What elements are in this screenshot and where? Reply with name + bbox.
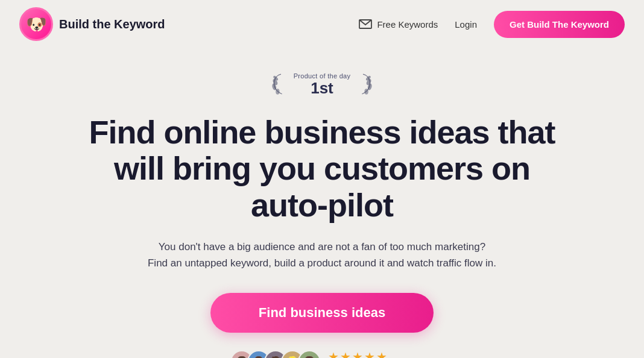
logo-emoji: 🐶 <box>26 14 47 34</box>
subheadline-line2: Find an untapped keyword, build a produc… <box>148 257 496 269</box>
star-2: ★ <box>340 350 351 358</box>
free-keywords-link[interactable]: Free Keywords <box>359 19 438 30</box>
navbar: 🐶 Build the Keyword Free Keywords Login … <box>0 0 644 48</box>
subheadline-line1: You don't have a big audience and are no… <box>159 241 485 253</box>
star-4: ★ <box>364 350 375 358</box>
laurel-left-icon <box>270 72 288 96</box>
logo-image: 🐶 <box>19 7 53 41</box>
sub-headline: You don't have a big audience and are no… <box>148 239 496 271</box>
login-link[interactable]: Login <box>455 19 477 30</box>
avatar-group: 👩 👨 🧔 👱 👦 <box>230 350 321 358</box>
badge-text: Product of the day 1st <box>294 72 351 97</box>
brand-name: Build the Keyword <box>59 17 165 31</box>
main-headline: Find online business ideas that will bri… <box>75 114 569 223</box>
star-3: ★ <box>352 350 363 358</box>
proof-details: ★ ★ ★ ★ ★ Liked by 5364+ founders <box>328 350 414 358</box>
social-proof: 👩 👨 🧔 👱 👦 ★ ★ ★ ★ ★ Liked by 5364+ found… <box>230 350 414 358</box>
star-5: ★ <box>376 350 387 358</box>
laurel-right-icon <box>356 72 374 96</box>
envelope-icon <box>359 19 372 29</box>
get-cta-button[interactable]: Get Build The Keyword <box>494 11 625 38</box>
nav-actions: Free Keywords Login Get Build The Keywor… <box>359 11 625 38</box>
svg-point-4 <box>276 89 279 95</box>
brand-area: 🐶 Build the Keyword <box>19 7 165 41</box>
star-rating: ★ ★ ★ ★ ★ <box>328 350 387 358</box>
badge-rank: 1st <box>311 80 333 97</box>
avatar: 👦 <box>298 350 321 358</box>
star-1: ★ <box>328 350 339 358</box>
free-keywords-label: Free Keywords <box>377 19 438 30</box>
hero-section: Product of the day 1st Find online busin… <box>0 48 644 358</box>
find-ideas-button[interactable]: Find business ideas <box>210 293 434 333</box>
product-badge: Product of the day 1st <box>270 72 375 97</box>
